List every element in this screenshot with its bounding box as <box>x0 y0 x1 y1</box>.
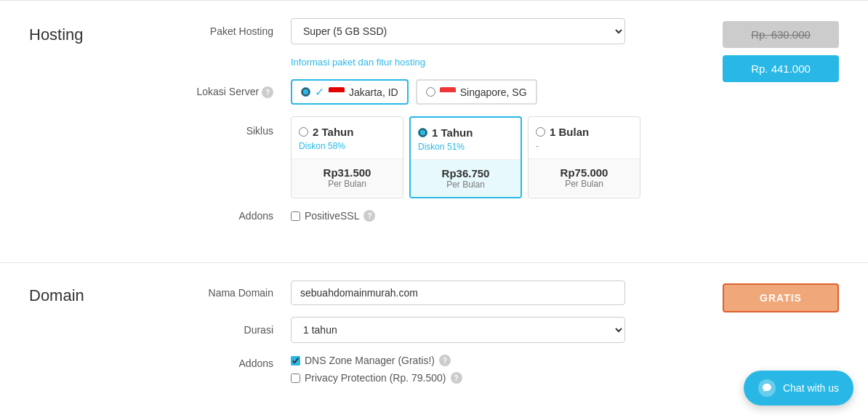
paket-label: Paket Hosting <box>174 25 291 37</box>
durasi-label: Durasi <box>174 324 291 336</box>
durasi-row: Durasi 1 tahun <box>174 317 694 343</box>
cycle-1tahun-price-box: Rp36.750 Per Bulan <box>411 159 521 197</box>
privacy-checkbox[interactable] <box>291 373 300 383</box>
chat-label: Chat with us <box>783 382 839 394</box>
nama-domain-input[interactable] <box>291 280 625 305</box>
paket-select[interactable]: Super (5 GB SSD) <box>291 18 625 44</box>
nama-domain-row: Nama Domain <box>174 280 694 305</box>
siklus-row: Siklus 2 Tahun Diskon 58% <box>174 116 694 198</box>
positivessl-label: PositiveSSL <box>305 210 359 222</box>
location-jakarta[interactable]: ✓ Jakarta, ID <box>291 79 409 105</box>
durasi-select[interactable]: 1 tahun <box>291 317 625 343</box>
location-singapore-label: Singapore, SG <box>460 86 527 98</box>
cycle-1tahun-period: Per Bulan <box>418 179 513 190</box>
cycle-2tahun-name: 2 Tahun <box>313 126 353 138</box>
nama-domain-label: Nama Domain <box>174 287 291 299</box>
hosting-addons-label: Addons <box>174 210 291 222</box>
location-singapore-radio[interactable] <box>426 87 435 97</box>
dns-checkbox[interactable] <box>291 356 300 366</box>
chat-bubble-icon <box>758 379 776 397</box>
flag-id-icon <box>329 87 345 97</box>
cycle-1tahun-discount: Diskon 51% <box>411 142 521 159</box>
hosting-addons-row: Addons PositiveSSL ? <box>174 210 694 222</box>
lokasi-label: Lokasi Server ? <box>174 86 291 99</box>
privacy-help-icon[interactable]: ? <box>451 372 462 384</box>
info-link[interactable]: Informasi paket dan fitur hosting <box>291 57 425 68</box>
hosting-title: Hosting <box>29 25 116 44</box>
domain-addons-label: Addons <box>174 355 291 369</box>
positivessl-help-icon[interactable]: ? <box>363 210 375 222</box>
positivessl-checkbox[interactable] <box>291 211 300 221</box>
cycle-1bulan-discount: - <box>529 141 640 158</box>
gratis-button[interactable]: GRATIS <box>723 283 839 312</box>
siklus-label: Siklus <box>174 116 291 137</box>
price-current[interactable]: Rp. 441.000 <box>723 55 839 82</box>
cycle-1bulan-price-box: Rp75.000 Per Bulan <box>529 158 640 196</box>
hosting-left: Hosting Paket Hosting Super (5 GB SSD) <box>29 18 694 245</box>
cycle-1tahun-radio[interactable] <box>418 128 427 137</box>
cycle-options: 2 Tahun Diskon 58% Rp31.500 Per Bulan <box>291 116 640 198</box>
cycle-1bulan-radio[interactable] <box>536 127 545 137</box>
cycle-1bulan[interactable]: 1 Bulan - Rp75.000 Per Bulan <box>528 116 640 198</box>
cycle-2tahun-period: Per Bulan <box>299 179 395 189</box>
domain-left: Domain Nama Domain Durasi 1 tahun <box>29 280 694 395</box>
location-options: ✓ Jakarta, ID Singapore, SG <box>291 79 537 105</box>
chat-widget[interactable]: Chat with us <box>744 371 853 405</box>
cycle-2tahun-discount: Diskon 58% <box>292 141 403 158</box>
dns-help-icon[interactable]: ? <box>439 355 451 366</box>
cycle-1bulan-name: 1 Bulan <box>550 126 589 138</box>
dns-label: DNS Zone Manager (Gratis!) <box>305 355 435 366</box>
domain-section: Domain Nama Domain Durasi 1 tahun <box>0 263 868 413</box>
cycle-2tahun-amount: Rp31.500 <box>299 166 395 179</box>
cycle-1bulan-amount: Rp75.000 <box>536 166 632 179</box>
dns-addon: DNS Zone Manager (Gratis!) ? <box>291 355 462 366</box>
cycle-2tahun-price-box: Rp31.500 Per Bulan <box>292 158 403 196</box>
cycle-1tahun-amount: Rp36.750 <box>418 167 513 179</box>
lokasi-row: Lokasi Server ? ✓ Jakarta, ID <box>174 79 694 105</box>
cycle-2tahun[interactable]: 2 Tahun Diskon 58% Rp31.500 Per Bulan <box>291 116 403 198</box>
lokasi-help-icon[interactable]: ? <box>262 86 273 98</box>
page-wrapper: Hosting Paket Hosting Super (5 GB SSD) <box>0 0 868 420</box>
flag-sg-icon <box>440 87 456 97</box>
privacy-label: Privacy Protection (Rp. 79.500) <box>305 372 446 384</box>
cycle-1bulan-period: Per Bulan <box>536 179 632 189</box>
cycle-2tahun-radio[interactable] <box>299 127 308 137</box>
location-singapore[interactable]: Singapore, SG <box>416 79 537 105</box>
positivessl-addon: PositiveSSL ? <box>291 210 375 222</box>
location-jakarta-radio[interactable] <box>301 87 310 97</box>
domain-title: Domain <box>29 286 116 305</box>
price-original: Rp. 630.000 <box>723 21 839 48</box>
privacy-addon: Privacy Protection (Rp. 79.500) ? <box>291 372 462 384</box>
cycle-1tahun[interactable]: 1 Tahun Diskon 51% Rp36.750 Per Bulan <box>409 116 522 198</box>
domain-addons-row: Addons DNS Zone Manager (Gratis!) ? Priv… <box>174 355 694 384</box>
hosting-section: Hosting Paket Hosting Super (5 GB SSD) <box>0 1 868 263</box>
paket-row: Paket Hosting Super (5 GB SSD) <box>174 18 694 44</box>
location-jakarta-label: Jakarta, ID <box>349 86 398 98</box>
cycle-1tahun-name: 1 Tahun <box>432 126 473 139</box>
hosting-prices: Rp. 630.000 Rp. 441.000 <box>694 18 839 245</box>
